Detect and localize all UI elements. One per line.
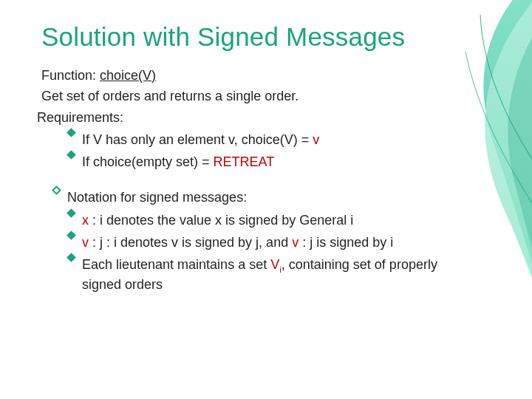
notation-heading: Notation for signed messages: [53, 188, 451, 206]
notation-heading-text: Notation for signed messages: [67, 188, 451, 206]
diamond-hollow-bullet-icon [52, 186, 61, 196]
notation-block: Notation for signed messages: [41, 188, 451, 206]
not2-lead: v [82, 235, 89, 250]
not2-lead2: v [292, 235, 299, 250]
diamond-bullet-icon [66, 150, 76, 160]
function-line: Function: choice(V) [41, 66, 451, 84]
requirement-2: If choice(empty set) = RETREAT [68, 153, 451, 171]
notation-1: x : i denotes the value x is signed by G… [68, 211, 451, 229]
function-label: Function: [41, 68, 100, 83]
not1-rest: : i denotes the value x is signed by Gen… [89, 213, 353, 228]
slide-body: Function: choice(V) Get set of orders an… [41, 66, 451, 293]
diamond-bullet-icon [66, 208, 76, 218]
not3-pre: Each lieutenant maintains a set [82, 257, 270, 272]
not3-v: Vi [270, 257, 282, 272]
req2-text: If choice(empty set) = [82, 154, 214, 169]
notation-2: v : j : i denotes v is signed by j, and … [68, 233, 451, 251]
slide-title: Solution with Signed Messages [41, 22, 451, 52]
requirements-list: If V has only an element v, choice(V) = … [68, 131, 451, 171]
req1-emphasis: v [313, 132, 319, 147]
function-name: choice(V) [100, 68, 156, 83]
req2-emphasis: RETREAT [214, 154, 275, 169]
not2-tail: : j is signed by i [299, 235, 393, 250]
notation-list: x : i denotes the value x is signed by G… [68, 211, 451, 293]
diamond-bullet-icon [66, 231, 76, 240]
requirements-label: Requirements: [37, 109, 451, 126]
function-description: Get set of orders and returns a single o… [41, 87, 451, 105]
diamond-bullet-icon [66, 128, 76, 137]
not1-lead: x [82, 213, 89, 228]
slide-content: Solution with Signed Messages Function: … [0, 0, 532, 293]
req1-text: If V has only an element v, choice(V) = [82, 132, 313, 147]
notation-3: Each lieutenant maintains a set Vi, cont… [68, 256, 451, 293]
diamond-bullet-icon [66, 253, 76, 263]
requirement-1: If V has only an element v, choice(V) = … [68, 131, 451, 149]
not2-mid: : j : i denotes v is signed by j, and [89, 235, 292, 250]
